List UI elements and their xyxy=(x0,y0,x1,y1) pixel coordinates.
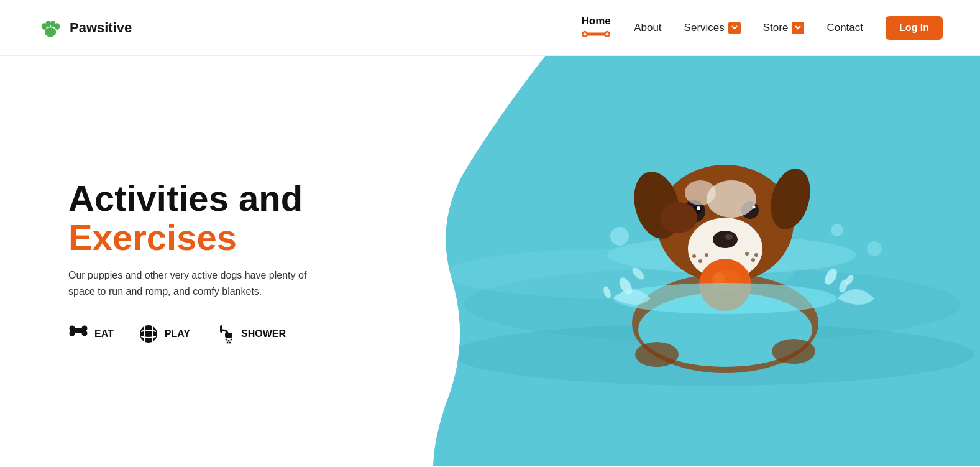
hero-image-area xyxy=(433,56,980,466)
svg-point-19 xyxy=(228,340,230,342)
navbar: Pawsitive Home About Services xyxy=(0,0,980,56)
svg-point-28 xyxy=(610,227,629,246)
hero-title-line1: Activities and xyxy=(68,178,303,218)
svg-point-35 xyxy=(713,231,738,248)
svg-point-44 xyxy=(685,180,716,205)
store-dropdown-icon[interactable] xyxy=(792,22,804,34)
svg-point-21 xyxy=(227,342,229,344)
svg-point-22 xyxy=(229,342,231,344)
svg-point-14 xyxy=(82,331,88,336)
nav-item-home[interactable]: Home xyxy=(580,15,611,41)
home-active-indicator xyxy=(580,30,611,41)
hero-title-line2: Exercises xyxy=(68,217,237,257)
svg-rect-16 xyxy=(220,325,222,333)
play-label: PLAY xyxy=(165,328,190,340)
nav-item-store[interactable]: Store xyxy=(763,22,805,34)
brand-name: Pawsitive xyxy=(70,20,132,36)
svg-rect-17 xyxy=(225,333,232,338)
svg-point-51 xyxy=(745,252,749,256)
nav-link-home[interactable]: Home xyxy=(582,15,611,27)
eat-icon xyxy=(68,324,88,344)
svg-point-48 xyxy=(705,253,708,257)
nav-link-contact[interactable]: Contact xyxy=(827,22,863,34)
svg-point-36 xyxy=(725,234,733,240)
eat-label: EAT xyxy=(94,328,114,340)
svg-point-32 xyxy=(867,241,882,256)
hero-content: Activities and Exercises Our puppies and… xyxy=(68,178,329,344)
svg-point-13 xyxy=(82,326,88,331)
shower-label: SHOWER xyxy=(241,328,286,340)
nav-item-services[interactable]: Services xyxy=(684,22,741,34)
svg-point-0 xyxy=(45,27,56,37)
svg-point-66 xyxy=(635,342,679,367)
hero-icon-list: EAT PLAY xyxy=(68,324,329,344)
svg-point-18 xyxy=(226,339,227,341)
svg-point-8 xyxy=(584,32,587,35)
logo[interactable]: Pawsitive xyxy=(37,15,132,41)
paw-icon xyxy=(37,15,63,41)
nav-link-services[interactable]: Services xyxy=(684,22,725,34)
svg-point-50 xyxy=(692,254,696,258)
nav-links: Home About Services Store xyxy=(580,15,943,41)
svg-point-9 xyxy=(606,32,609,35)
svg-point-47 xyxy=(660,202,697,233)
svg-point-20 xyxy=(231,339,232,341)
shower-icon xyxy=(215,324,235,344)
nav-link-about[interactable]: About xyxy=(634,22,661,34)
nav-link-store[interactable]: Store xyxy=(763,22,789,34)
svg-point-67 xyxy=(772,339,815,364)
hero-icon-play: PLAY xyxy=(139,324,190,344)
blob-shape xyxy=(433,56,980,466)
svg-rect-6 xyxy=(585,32,607,35)
svg-point-49 xyxy=(698,259,702,263)
svg-point-52 xyxy=(751,258,755,262)
hero-icon-shower: SHOWER xyxy=(215,324,286,344)
svg-point-2 xyxy=(45,20,50,27)
hero-section: Activities and Exercises Our puppies and… xyxy=(0,56,980,466)
svg-point-43 xyxy=(707,180,756,218)
svg-point-4 xyxy=(55,23,60,30)
svg-point-29 xyxy=(831,224,843,236)
hero-description: Our puppies and other very active dogs h… xyxy=(68,267,329,299)
play-icon xyxy=(139,324,158,344)
services-dropdown-icon[interactable] xyxy=(728,22,741,34)
svg-point-53 xyxy=(754,253,758,257)
svg-point-39 xyxy=(697,206,700,210)
hero-icon-eat: EAT xyxy=(68,324,114,344)
hero-title: Activities and Exercises xyxy=(68,178,329,258)
svg-point-15 xyxy=(140,325,157,343)
login-button[interactable]: Log In xyxy=(886,16,943,40)
